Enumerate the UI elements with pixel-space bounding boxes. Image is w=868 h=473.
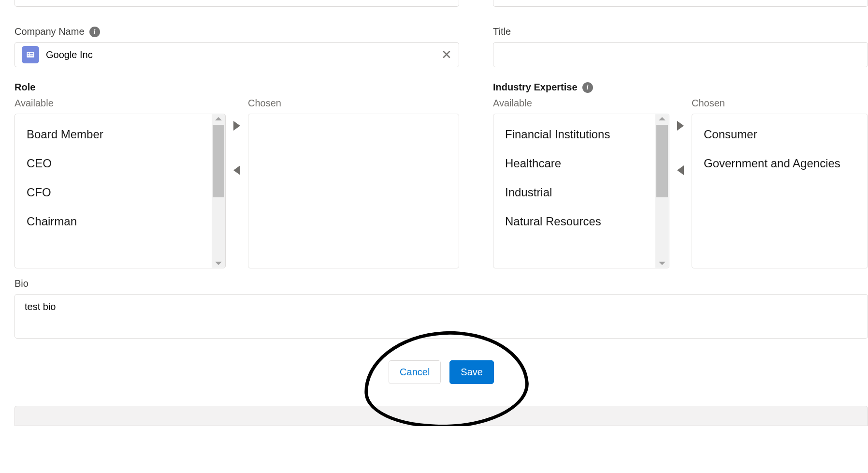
list-item[interactable]: Board Member (15, 120, 212, 149)
scroll-down-icon[interactable] (659, 262, 665, 265)
svg-rect-3 (30, 53, 33, 54)
info-icon[interactable]: i (582, 82, 593, 93)
list-item[interactable]: Chairman (15, 207, 212, 236)
title-input[interactable] (500, 49, 861, 60)
svg-rect-2 (28, 55, 29, 56)
list-item[interactable]: Natural Resources (493, 207, 655, 236)
bio-label: Bio (14, 278, 868, 289)
list-item[interactable]: Industrial (493, 178, 655, 207)
scroll-down-icon[interactable] (215, 262, 222, 265)
role-chosen-label: Chosen (248, 98, 459, 109)
industry-chosen-listbox[interactable]: Consumer Government and Agencies (692, 114, 868, 268)
scrollbar[interactable] (212, 114, 225, 268)
cutoff-input-left (14, 0, 459, 7)
company-name-input-wrapper[interactable]: ✕ (14, 42, 459, 67)
svg-rect-4 (30, 55, 33, 56)
cancel-button[interactable]: Cancel (389, 360, 441, 384)
scroll-up-icon[interactable] (659, 117, 665, 120)
scrollbar[interactable] (655, 114, 669, 268)
move-right-icon[interactable] (677, 121, 684, 131)
bio-textarea[interactable] (25, 301, 858, 324)
company-name-input[interactable] (46, 49, 434, 60)
scroll-up-icon[interactable] (215, 117, 222, 120)
industry-available-label: Available (493, 98, 669, 109)
account-icon (22, 46, 39, 63)
list-item[interactable]: Consumer (692, 120, 868, 149)
close-icon[interactable]: ✕ (441, 48, 452, 61)
company-name-label: Company Name i (14, 26, 459, 37)
list-item[interactable]: CEO (15, 149, 212, 178)
info-icon[interactable]: i (89, 27, 100, 37)
industry-section-label: Industry Expertise i (493, 82, 868, 93)
move-left-icon[interactable] (677, 165, 684, 175)
title-input-wrapper[interactable] (493, 42, 868, 67)
save-button[interactable]: Save (449, 360, 494, 384)
move-left-icon[interactable] (233, 165, 240, 175)
role-available-label: Available (14, 98, 226, 109)
title-label: Title (493, 26, 868, 37)
company-name-label-text: Company Name (14, 26, 85, 37)
role-available-listbox[interactable]: Board Member CEO CFO Chairman (14, 114, 226, 268)
list-item[interactable]: Healthcare (493, 149, 655, 178)
list-item[interactable]: Financial Institutions (493, 120, 655, 149)
cutoff-input-right (493, 0, 868, 7)
list-item[interactable]: Government and Agencies (692, 149, 868, 178)
role-chosen-listbox[interactable] (248, 114, 459, 268)
bottom-strip (14, 406, 868, 426)
svg-rect-1 (28, 53, 29, 54)
industry-available-listbox[interactable]: Financial Institutions Healthcare Indust… (493, 114, 669, 268)
bio-textarea-wrapper[interactable] (14, 294, 868, 339)
industry-chosen-label: Chosen (692, 98, 868, 109)
scroll-thumb[interactable] (656, 125, 668, 197)
list-item[interactable]: CFO (15, 178, 212, 207)
role-section-label: Role (14, 82, 459, 93)
move-right-icon[interactable] (233, 121, 240, 131)
scroll-thumb[interactable] (213, 125, 224, 197)
title-label-text: Title (493, 26, 511, 37)
